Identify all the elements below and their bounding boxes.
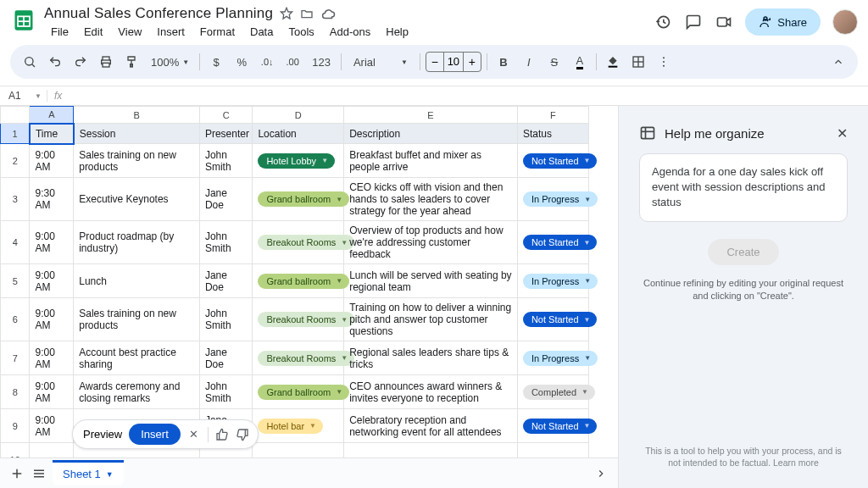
cell[interactable]: John Smith: [199, 298, 253, 341]
row-header[interactable]: 7: [1, 341, 30, 375]
insert-button[interactable]: Insert: [129, 424, 181, 445]
menu-format[interactable]: Format: [193, 24, 242, 40]
cell[interactable]: Session: [74, 124, 200, 144]
prompt-input[interactable]: Agenda for a one day sales kick off even…: [639, 153, 848, 222]
location-chip[interactable]: Breakout Rooms▼: [258, 235, 354, 250]
cell[interactable]: Description: [344, 124, 518, 144]
star-icon[interactable]: [280, 7, 293, 20]
close-icon[interactable]: ✕: [837, 125, 848, 141]
cell[interactable]: John Smith: [199, 144, 253, 178]
explore-icon[interactable]: [593, 465, 609, 482]
cell[interactable]: Lunch will be served with seating by reg…: [344, 264, 518, 298]
dec-size[interactable]: −: [426, 53, 443, 71]
cell[interactable]: Hotel Lobby▼: [253, 144, 344, 178]
sheets-logo[interactable]: [10, 7, 37, 34]
col-header[interactable]: D: [253, 107, 344, 124]
cell[interactable]: In Progress▼: [517, 264, 588, 298]
cell[interactable]: Breakout Rooms▼: [253, 298, 344, 341]
cell[interactable]: Completed▼: [517, 375, 588, 409]
row-header[interactable]: 2: [1, 144, 30, 178]
history-icon[interactable]: [654, 13, 672, 31]
font-select[interactable]: Arial▼: [347, 51, 415, 73]
currency-icon[interactable]: $: [205, 51, 227, 73]
cell[interactable]: Sales training on new products: [74, 298, 200, 341]
cloud-icon[interactable]: [320, 7, 334, 20]
redo-icon[interactable]: [70, 51, 92, 73]
cell[interactable]: Presenter: [199, 124, 253, 144]
row-header[interactable]: 1: [1, 124, 30, 144]
cell[interactable]: Time: [30, 124, 74, 144]
cell[interactable]: Location: [253, 124, 344, 144]
inc-size[interactable]: +: [464, 53, 481, 71]
location-chip[interactable]: Hotel Lobby▼: [258, 153, 335, 169]
cell[interactable]: Sales training on new products: [74, 144, 200, 178]
all-sheets-icon[interactable]: [31, 465, 47, 482]
menu-edit[interactable]: Edit: [77, 24, 109, 40]
collapse-toolbar-icon[interactable]: [827, 51, 849, 73]
meet-icon[interactable]: [715, 13, 733, 31]
name-box[interactable]: A1▼: [0, 90, 47, 102]
status-chip[interactable]: In Progress▼: [523, 191, 598, 207]
bold-icon[interactable]: B: [492, 51, 515, 73]
col-header[interactable]: A: [30, 107, 74, 124]
cell[interactable]: Jane Doe: [199, 178, 253, 221]
text-color-icon[interactable]: A: [569, 51, 591, 73]
menu-file[interactable]: File: [44, 24, 75, 40]
add-sheet-icon[interactable]: [8, 465, 25, 482]
location-chip[interactable]: Grand ballroom▼: [258, 385, 349, 400]
zoom-select[interactable]: 100% ▼: [146, 51, 194, 73]
cell[interactable]: 9:00 AM: [30, 264, 74, 298]
menu-data[interactable]: Data: [243, 24, 280, 40]
strike-icon[interactable]: S: [543, 51, 565, 73]
cell[interactable]: Not Started▼: [517, 221, 588, 264]
cell[interactable]: 9:00 AM: [30, 375, 74, 409]
cell[interactable]: Grand ballroom▼: [253, 178, 344, 221]
doc-title[interactable]: Annual Sales Conference Planning: [44, 5, 273, 22]
cell[interactable]: Training on how to deliver a winning pit…: [344, 298, 518, 341]
status-chip[interactable]: In Progress▼: [523, 274, 598, 289]
status-chip[interactable]: Not Started▼: [523, 235, 598, 250]
comment-icon[interactable]: [684, 13, 703, 31]
select-all-corner[interactable]: [1, 107, 30, 124]
cell[interactable]: Overview of top products and how we're a…: [344, 221, 518, 264]
search-icon[interactable]: [19, 51, 41, 73]
cell[interactable]: Breakout Rooms▼: [253, 341, 344, 375]
cell[interactable]: 9:00 AM: [30, 144, 74, 178]
print-icon[interactable]: [95, 51, 117, 73]
cell[interactable]: Lunch: [74, 264, 200, 298]
cell[interactable]: 9:00 AM: [30, 341, 74, 375]
row-header[interactable]: 9: [1, 409, 30, 443]
create-button[interactable]: Create: [708, 239, 778, 265]
folder-icon[interactable]: [300, 7, 314, 20]
location-chip[interactable]: Grand ballroom▼: [258, 191, 349, 207]
dec-dec-icon[interactable]: .0↓: [256, 51, 278, 73]
cell[interactable]: Jane Doe: [199, 264, 253, 298]
cell[interactable]: Awards ceremony and closing remarks: [74, 375, 200, 409]
cell[interactable]: 9:00 AM: [30, 221, 74, 264]
thumbs-down-icon[interactable]: [236, 428, 249, 441]
status-chip[interactable]: Not Started▼: [523, 312, 598, 327]
cell[interactable]: Grand ballroom▼: [253, 375, 344, 409]
cell[interactable]: 9:30 AM: [30, 178, 74, 221]
italic-icon[interactable]: I: [518, 51, 540, 73]
location-chip[interactable]: Grand ballroom▼: [258, 274, 349, 289]
share-button[interactable]: Share: [745, 8, 821, 36]
cell[interactable]: In Progress▼: [517, 178, 588, 221]
location-chip[interactable]: Hotel bar▼: [258, 419, 323, 434]
menu-insert[interactable]: Insert: [150, 24, 192, 40]
menu-addons[interactable]: Add-ons: [323, 24, 377, 40]
menu-help[interactable]: Help: [379, 24, 415, 40]
cell[interactable]: Breakout Rooms▼: [253, 221, 344, 264]
col-header[interactable]: B: [74, 107, 200, 124]
cell[interactable]: Breakfast buffet and mixer as people arr…: [344, 144, 518, 178]
status-chip[interactable]: Completed▼: [523, 385, 595, 400]
menu-tools[interactable]: Tools: [281, 24, 320, 40]
borders-icon[interactable]: [627, 51, 649, 73]
row-header[interactable]: 8: [1, 375, 30, 409]
percent-icon[interactable]: %: [231, 51, 253, 73]
cell[interactable]: Not Started▼: [517, 409, 588, 443]
col-header[interactable]: F: [517, 107, 588, 124]
cell[interactable]: Celebratory reception and networking eve…: [344, 409, 518, 443]
location-chip[interactable]: Breakout Rooms▼: [258, 351, 354, 366]
thumbs-up-icon[interactable]: [215, 428, 229, 441]
